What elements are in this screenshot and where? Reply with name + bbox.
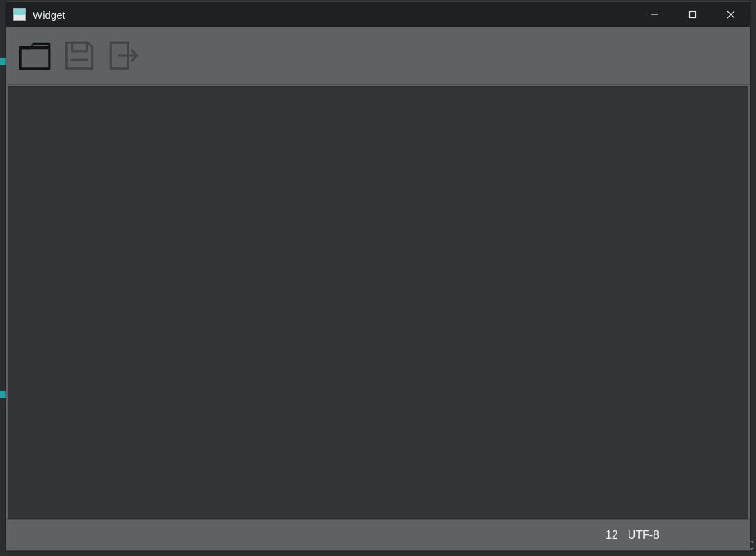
export-icon	[107, 38, 141, 73]
titlebar[interactable]: Widget	[6, 2, 750, 27]
statusbar: 12 UTF-8	[6, 519, 750, 550]
export-button[interactable]	[105, 37, 143, 74]
maximize-icon	[688, 10, 697, 19]
close-button[interactable]	[711, 2, 750, 27]
app-window: Widget	[6, 1, 750, 551]
svg-rect-1	[689, 12, 695, 18]
toolbar	[6, 27, 750, 85]
status-encoding: UTF-8	[628, 529, 659, 541]
background-accent	[0, 58, 6, 65]
window-title: Widget	[33, 9, 65, 21]
editor-area[interactable]	[8, 86, 748, 519]
status-line-count: 12	[606, 529, 618, 541]
app-icon	[13, 8, 26, 21]
open-button[interactable]	[16, 37, 54, 74]
minimize-icon	[650, 10, 659, 19]
save-icon	[62, 38, 97, 73]
maximize-button[interactable]	[673, 2, 711, 27]
close-icon	[727, 10, 735, 19]
folder-open-icon	[17, 38, 52, 73]
background-accent	[0, 391, 6, 398]
minimize-button[interactable]	[635, 2, 673, 27]
save-button[interactable]	[61, 37, 98, 74]
